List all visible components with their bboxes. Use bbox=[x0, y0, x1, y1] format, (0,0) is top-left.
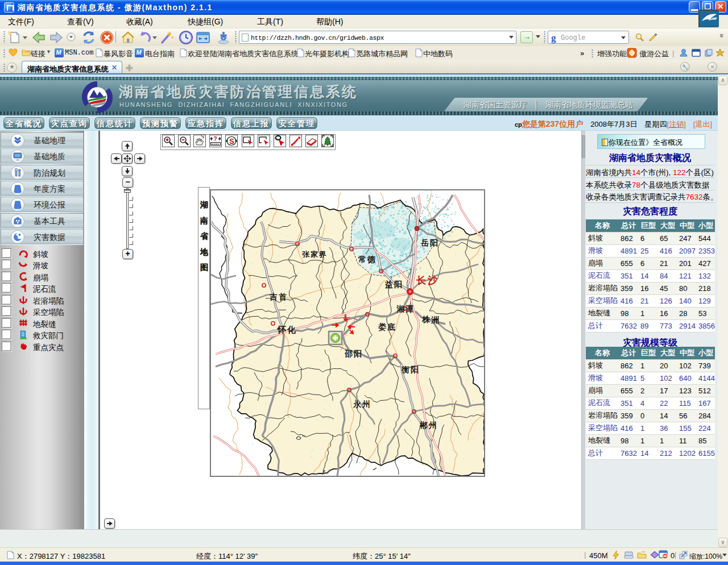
svg-text:衡阳: 衡阳 bbox=[401, 365, 420, 374]
svg-text:?: ? bbox=[214, 136, 217, 142]
svg-text:邵阳: 邵阳 bbox=[344, 349, 363, 358]
svg-text:永州: 永州 bbox=[353, 400, 371, 409]
svg-text:常德: 常德 bbox=[358, 255, 377, 264]
svg-text:郴州: 郴州 bbox=[419, 421, 438, 430]
svg-text:怀化: 怀化 bbox=[277, 325, 297, 334]
svg-text:吉首: 吉首 bbox=[269, 292, 288, 301]
svg-text:S: S bbox=[229, 137, 234, 146]
svg-text:岳阳: 岳阳 bbox=[420, 238, 439, 247]
svg-text:湘潭: 湘潭 bbox=[396, 304, 415, 313]
svg-text:张家界: 张家界 bbox=[302, 250, 328, 259]
svg-text:长沙: 长沙 bbox=[416, 275, 439, 286]
svg-text:益阳: 益阳 bbox=[384, 280, 403, 289]
svg-text:株洲: 株洲 bbox=[421, 315, 440, 324]
svg-text:娄底: 娄底 bbox=[378, 322, 396, 331]
